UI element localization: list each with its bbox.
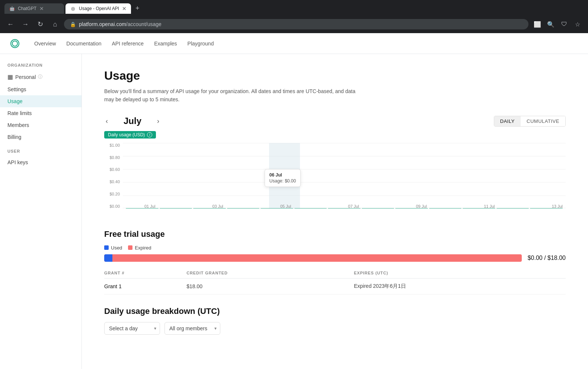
col-credit: CREDIT GRANTED <box>186 268 354 279</box>
sidebar-item-rate-limits[interactable]: Rate limits <box>0 107 82 119</box>
usage-bar-track <box>104 254 522 262</box>
address-url: platform.openai.com/account/usage <box>79 21 162 27</box>
tab-chatgpt[interactable]: 🤖 ChatGPT ✕ <box>4 3 64 14</box>
sidebar-item-api-keys[interactable]: API keys <box>0 156 82 168</box>
chart-info-icon[interactable]: i <box>147 132 152 137</box>
y-label-4: $0.20 <box>109 192 120 196</box>
usage-amount: $0.00 / $18.00 <box>528 255 566 261</box>
expired-dot <box>128 245 132 250</box>
nav-playground[interactable]: Playground <box>183 38 218 50</box>
page-description: Below you'll find a summary of API usage… <box>104 87 365 104</box>
openai-logo <box>9 38 21 50</box>
select-members-dropdown[interactable]: All org members <box>164 322 220 335</box>
usage-bar-container: $0.00 / $18.00 <box>104 254 566 262</box>
free-trial-title: Free trial usage <box>104 229 566 239</box>
daily-breakdown-title: Daily usage breakdown (UTC) <box>104 306 566 316</box>
new-tab-button[interactable]: + <box>132 3 143 14</box>
usage-bar-fill <box>104 254 112 262</box>
bookmark-button[interactable]: ☆ <box>572 18 584 30</box>
nav-documentation[interactable]: Documentation <box>62 38 106 50</box>
expired-label: Expired <box>135 245 151 251</box>
home-button[interactable]: ⌂ <box>49 18 61 30</box>
y-label-5: $0.00 <box>109 204 120 209</box>
grant-row-1: Grant 1 $18.00 Expired 2023年6月1日 <box>104 278 566 294</box>
y-label-3: $0.40 <box>109 179 120 184</box>
daily-breakdown-section: Daily usage breakdown (UTC) Select a day… <box>104 306 566 335</box>
tab-usage[interactable]: ◎ Usage - OpenAI API ✕ <box>65 3 131 14</box>
user-section: USER API keys <box>0 149 82 168</box>
main-content: Usage Below you'll find a summary of API… <box>82 54 588 369</box>
sidebar: ORGANIZATION ▦ Personal ⓘ Settings Usage… <box>0 54 82 369</box>
personal-info-icon: ⓘ <box>38 74 42 80</box>
sidebar-item-personal[interactable]: ▦ Personal ⓘ <box>0 70 82 83</box>
sidebar-item-usage[interactable]: Usage <box>0 95 82 107</box>
top-nav: Overview Documentation API reference Exa… <box>0 33 588 54</box>
x-label-4: 09 Jul <box>416 204 427 209</box>
sidebar-item-members[interactable]: Members <box>0 119 82 131</box>
org-section-title: ORGANIZATION <box>0 63 82 70</box>
translate-button[interactable]: ⬜ <box>531 18 543 30</box>
x-label-1: 03 Jul <box>212 204 223 209</box>
select-day-wrapper: Select a day <box>104 322 160 335</box>
breakdown-filters: Select a day All org members <box>104 322 566 335</box>
chart-type-buttons: DAILY CUMULATIVE <box>494 116 566 127</box>
col-expires: EXPIRES (UTC) <box>354 268 566 279</box>
used-label: Used <box>111 245 122 251</box>
next-month-button[interactable]: › <box>156 116 161 127</box>
personal-label: Personal <box>15 74 36 80</box>
chart-label-badge: Daily usage (USD) i <box>104 131 156 139</box>
shield-button[interactable]: 🛡 <box>558 18 570 30</box>
chart-x-axis: 01 Jul 03 Jul 05 Jul 07 Jul 09 Jul 11 Ju… <box>141 203 566 209</box>
browser-actions: ⬜ 🔍 🛡 ☆ <box>531 18 584 30</box>
grants-table: GRANT # CREDIT GRANTED EXPIRES (UTC) Gra… <box>104 268 566 295</box>
chart-plot-area: 01 Jul 03 Jul 05 Jul 07 Jul 09 Jul 11 Ju… <box>123 143 566 209</box>
usage-tab-label: Usage - OpenAI API <box>79 6 119 11</box>
nav-examples[interactable]: Examples <box>150 38 181 50</box>
cumulative-button[interactable]: CUMULATIVE <box>521 116 565 126</box>
zoom-button[interactable]: 🔍 <box>545 18 557 30</box>
chart-container: $1.00 $0.80 $0.60 $0.40 $0.20 $0.00 <box>104 143 566 217</box>
browser-tabs: 🤖 ChatGPT ✕ ◎ Usage - OpenAI API ✕ + <box>4 3 143 14</box>
usage-tab-icon: ◎ <box>70 6 76 12</box>
x-label-5: 11 Jul <box>484 204 495 209</box>
daily-button[interactable]: DAILY <box>494 116 521 126</box>
grant-credit: $18.00 <box>186 278 354 294</box>
layout: ORGANIZATION ▦ Personal ⓘ Settings Usage… <box>0 54 588 369</box>
rate-limits-label: Rate limits <box>7 110 32 116</box>
chart-section: ‹ July › DAILY CUMULATIVE Daily usage (U… <box>104 116 566 217</box>
chart-bars <box>123 143 566 209</box>
browser-chrome: 🤖 ChatGPT ✕ ◎ Usage - OpenAI API ✕ + <box>0 0 588 17</box>
address-bar[interactable]: 🔒 platform.openai.com/account/usage <box>64 19 528 29</box>
dashboard-icon: ▦ <box>7 73 13 80</box>
y-label-1: $0.80 <box>109 155 120 160</box>
x-label-0: 01 Jul <box>144 204 155 209</box>
chatgpt-tab-icon: 🤖 <box>9 6 15 12</box>
sidebar-item-billing[interactable]: Billing <box>0 131 82 143</box>
org-section: ORGANIZATION ▦ Personal ⓘ Settings Usage… <box>0 63 82 143</box>
sidebar-item-settings[interactable]: Settings <box>0 83 82 95</box>
select-members-wrapper: All org members <box>164 322 220 335</box>
chart-header: ‹ July › DAILY CUMULATIVE <box>104 116 566 127</box>
reload-button[interactable]: ↻ <box>34 18 46 30</box>
select-day-dropdown[interactable]: Select a day <box>104 322 160 335</box>
x-label-2: 05 Jul <box>280 204 291 209</box>
legend-used: Used <box>104 245 122 251</box>
grant-name: Grant 1 <box>104 278 186 294</box>
legend: Used Expired <box>104 245 566 251</box>
nav-overview[interactable]: Overview <box>30 38 60 50</box>
back-button[interactable]: ← <box>4 18 16 30</box>
page-title: Usage <box>104 69 566 83</box>
user-section-title: USER <box>0 149 82 156</box>
chatgpt-tab-label: ChatGPT <box>18 6 36 11</box>
prev-month-button[interactable]: ‹ <box>104 116 109 127</box>
y-label-0: $1.00 <box>109 143 120 147</box>
grants-table-body: Grant 1 $18.00 Expired 2023年6月1日 <box>104 278 566 294</box>
chatgpt-tab-close[interactable]: ✕ <box>39 6 44 12</box>
x-label-3: 07 Jul <box>348 204 359 209</box>
legend-expired: Expired <box>128 245 151 251</box>
chart-label-area: Daily usage (USD) i <box>104 131 566 143</box>
usage-tab-close[interactable]: ✕ <box>122 6 127 12</box>
forward-button[interactable]: → <box>19 18 31 30</box>
free-trial-section: Free trial usage Used Expired $0.00 / $1… <box>104 229 566 295</box>
nav-api-reference[interactable]: API reference <box>108 38 148 50</box>
